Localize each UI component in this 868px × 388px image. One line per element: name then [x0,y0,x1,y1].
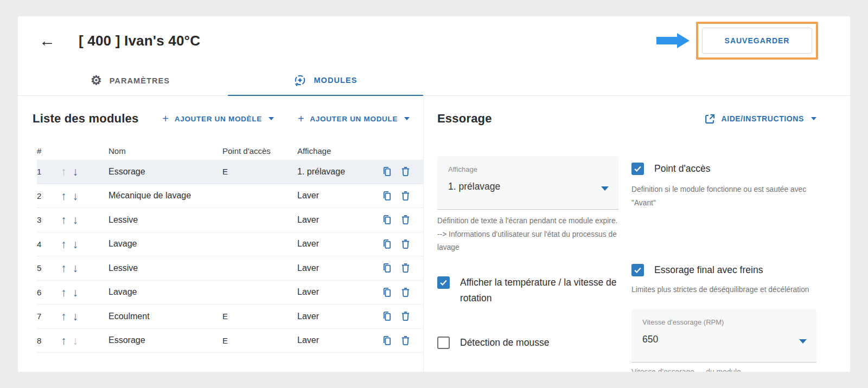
save-area: SAUVEGARDER [696,22,818,60]
copy-icon[interactable] [381,190,393,202]
delete-icon[interactable] [400,287,411,298]
spin-speed-select[interactable]: Vitesse d'essorage (RPM) 650 [631,309,816,363]
delete-icon[interactable] [400,262,411,274]
program-editor-card: ← [ 400 ] Ivan's 40°C SAUVEGARDER ⚙ PARA… [18,16,850,372]
page-title: [ 400 ] Ivan's 40°C [79,33,200,49]
tab-modules[interactable]: MODULES [228,65,423,96]
module-table-header: # Nom Point d'accès Affichage [37,141,423,160]
checkbox[interactable] [437,276,450,289]
copy-icon[interactable] [381,166,393,177]
add-module-button[interactable]: + AJOUTER UN MODULE [298,113,410,124]
row-number: 6 [37,288,61,297]
move-down-icon[interactable]: ↓ [73,190,79,202]
save-button[interactable]: SAUVEGARDER [702,28,812,54]
module-name: Essorage [108,335,222,345]
move-down-icon[interactable]: ↓ [73,262,79,274]
final-spin-brakes-label: Essorage final avec freins [654,262,763,278]
checkbox[interactable] [437,337,450,349]
copy-icon[interactable] [381,335,393,346]
move-down-icon[interactable]: ↓ [73,166,79,177]
checkbox[interactable] [631,264,644,276]
module-name: Lessive [108,263,222,273]
module-table: # Nom Point d'accès Affichage 1 ↑ ↓ Esso… [33,141,423,353]
tab-parametres[interactable]: ⚙ PARAMÈTRES [33,65,228,96]
table-row[interactable]: 8 ↑ ↓ Essorage E Laver [37,329,423,353]
modules-icon [293,74,307,87]
table-row[interactable]: 7 ↑ ↓ Ecoulment E Laver [37,305,423,329]
delete-icon[interactable] [400,311,411,322]
detail-col-right: Point d'accès Definition si le module fo… [631,141,816,372]
add-model-button[interactable]: + AJOUTER UN MODÈLE [162,113,274,124]
module-list-panel: Liste des modules + AJOUTER UN MODÈLE + … [18,96,423,372]
chevron-down-icon [799,339,807,344]
row-number: 1 [37,167,61,176]
module-name: Lavage [108,287,222,297]
module-list-title: Liste des modules [33,112,138,126]
table-row[interactable]: 5 ↑ ↓ Lessive Laver [37,256,423,281]
delete-icon[interactable] [400,214,411,225]
move-down-icon[interactable]: ↓ [73,287,79,298]
move-up-icon[interactable]: ↑ [61,311,67,322]
module-detail-title: Essorage [437,112,492,126]
delete-icon[interactable] [400,166,411,177]
chevron-down-icon [601,186,609,191]
module-name: Lavage [108,239,222,249]
copy-icon[interactable] [381,287,393,298]
row-number: 4 [37,240,61,249]
module-display: Laver [297,287,380,297]
module-display: Laver [297,239,380,249]
move-up-icon[interactable]: ↑ [61,335,67,346]
module-access-point: E [222,312,297,321]
delete-icon[interactable] [400,190,411,202]
table-row[interactable]: 4 ↑ ↓ Lavage Laver [37,232,423,257]
tab-parametres-label: PARAMÈTRES [110,76,170,85]
access-point-checkbox-row[interactable]: Point d'accès [631,161,816,177]
table-row[interactable]: 3 ↑ ↓ Lessive Laver [37,208,423,232]
help-instructions-button[interactable]: AIDE/INSTRUCTIONS [705,114,816,124]
move-up-icon[interactable]: ↑ [61,262,67,274]
final-spin-brakes-checkbox-row[interactable]: Essorage final avec freins [631,262,816,278]
col-access: Point d'accès [222,146,297,156]
delete-icon[interactable] [400,335,411,346]
copy-icon[interactable] [381,262,393,274]
col-num: # [37,146,61,156]
affichage-select[interactable]: Affichage 1. prélavage [437,156,618,210]
table-row[interactable]: 2 ↑ ↓ Mécanique de lavage Laver [37,184,423,209]
delete-icon[interactable] [400,238,411,250]
move-down-icon[interactable]: ↓ [73,335,79,346]
module-display: 1. prélavage [297,167,380,177]
move-up-icon[interactable]: ↑ [61,238,67,250]
pointer-arrow-annotation [656,33,690,49]
checkbox[interactable] [631,163,644,175]
move-up-icon[interactable]: ↑ [61,287,67,298]
col-name: Nom [108,146,222,156]
gear-icon: ⚙ [91,74,103,87]
col-display: Affichage [297,146,380,156]
copy-icon[interactable] [381,311,393,322]
row-number: 2 [37,191,61,201]
show-temperature-checkbox-row[interactable]: Afficher la température / la vitesse de … [437,275,618,306]
copy-icon[interactable] [381,214,393,225]
affichage-select-label: Affichage [448,165,610,173]
module-display: Laver [297,312,380,321]
move-up-icon[interactable]: ↑ [61,190,67,202]
move-down-icon[interactable]: ↓ [73,214,79,225]
row-number: 7 [37,312,61,321]
copy-icon[interactable] [381,238,393,250]
table-row[interactable]: 1 ↑ ↓ Essorage E 1. prélavage [37,160,423,184]
module-display: Laver [297,335,380,345]
module-display: Laver [297,263,380,273]
back-arrow-icon[interactable]: ← [39,33,55,49]
module-name: Ecoulment [108,312,222,321]
move-down-icon[interactable]: ↓ [73,238,79,250]
move-up-icon[interactable]: ↑ [61,214,67,225]
foam-detection-checkbox-row[interactable]: Détection de mousse [437,335,618,351]
row-number: 5 [37,263,61,273]
external-link-icon [705,114,715,124]
table-row[interactable]: 6 ↑ ↓ Lavage Laver [37,281,423,305]
chevron-down-icon [404,117,410,120]
move-down-icon[interactable]: ↓ [73,311,79,322]
move-up-icon[interactable]: ↑ [61,166,67,177]
access-point-label: Point d'accès [654,161,711,177]
save-highlight-annotation: SAUVEGARDER [696,22,818,60]
